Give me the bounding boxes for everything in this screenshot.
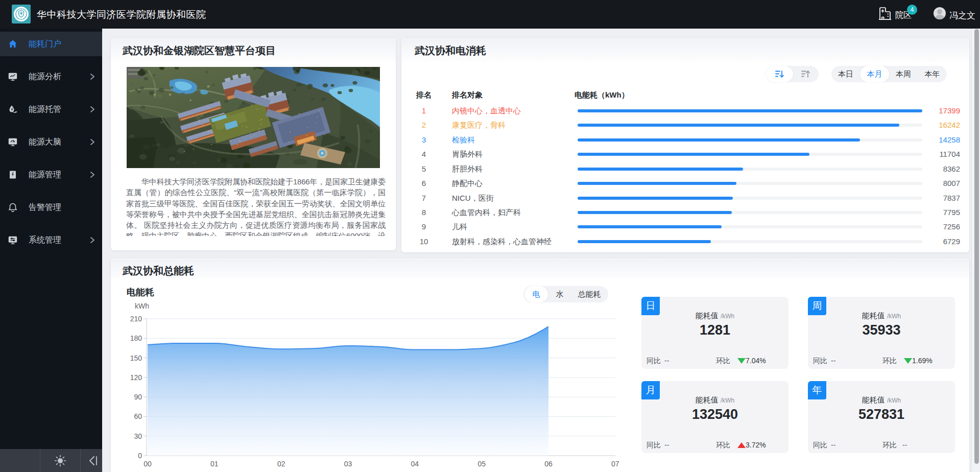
svg-text:kWh: kWh — [135, 302, 149, 310]
svg-text:03: 03 — [344, 460, 352, 468]
svg-text:05: 05 — [477, 460, 486, 468]
svg-text:60: 60 — [134, 412, 142, 420]
svg-text:04: 04 — [411, 460, 419, 468]
svg-text:02: 02 — [277, 460, 285, 468]
svg-text:06: 06 — [544, 460, 553, 468]
svg-text:120: 120 — [130, 373, 142, 382]
svg-text:180: 180 — [130, 334, 142, 342]
svg-text:150: 150 — [130, 354, 142, 362]
svg-text:01: 01 — [210, 460, 219, 468]
svg-text:210: 210 — [130, 315, 142, 323]
svg-text:30: 30 — [134, 432, 142, 440]
svg-text:00: 00 — [144, 460, 152, 468]
svg-text:07: 07 — [611, 460, 619, 468]
svg-text:0: 0 — [138, 452, 142, 460]
svg-text:90: 90 — [134, 393, 142, 401]
